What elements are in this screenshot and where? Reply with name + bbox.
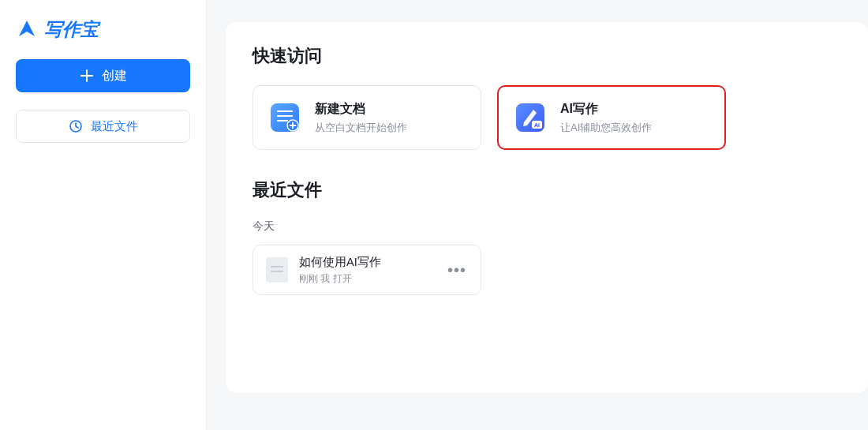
card-title: AI写作 xyxy=(560,101,652,118)
recent-file-item[interactable]: 如何使用AI写作 刚刚 我 打开 ••• xyxy=(253,245,481,295)
card-title: 新建文档 xyxy=(315,101,407,118)
logo-icon xyxy=(16,19,38,41)
clock-icon xyxy=(69,119,83,133)
ai-write-icon: AI xyxy=(513,100,548,135)
ai-write-card[interactable]: AI AI写作 让AI辅助您高效创作 xyxy=(497,85,726,150)
new-doc-icon xyxy=(268,100,302,135)
more-icon[interactable]: ••• xyxy=(446,261,468,279)
svg-text:AI: AI xyxy=(534,122,540,128)
app-name: 写作宝 xyxy=(44,17,99,42)
recent-files-button[interactable]: 最近文件 xyxy=(16,110,190,143)
file-subtitle: 刚刚 我 打开 xyxy=(299,272,381,286)
recent-group-label: 今天 xyxy=(253,219,841,234)
recent-section-title: 最近文件 xyxy=(253,178,841,202)
plus-icon xyxy=(80,69,94,83)
app-logo: 写作宝 xyxy=(16,14,190,42)
file-title: 如何使用AI写作 xyxy=(299,255,381,270)
card-subtitle: 让AI辅助您高效创作 xyxy=(560,121,652,135)
recent-files-label: 最近文件 xyxy=(91,119,138,134)
card-subtitle: 从空白文档开始创作 xyxy=(315,121,407,135)
quick-access-title: 快速访问 xyxy=(253,44,841,68)
create-button-label: 创建 xyxy=(102,68,127,84)
new-document-card[interactable]: 新建文档 从空白文档开始创作 xyxy=(253,85,481,150)
create-button[interactable]: 创建 xyxy=(16,59,190,92)
document-icon xyxy=(266,257,288,282)
